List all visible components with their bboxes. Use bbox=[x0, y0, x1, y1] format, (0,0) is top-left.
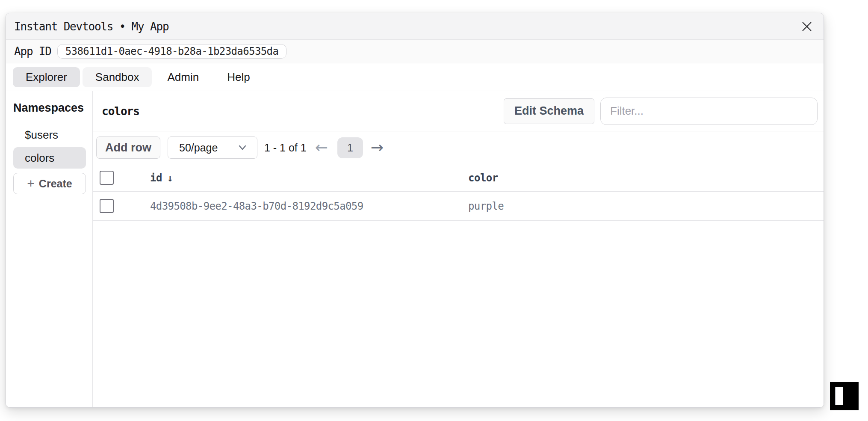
column-header-color[interactable]: color bbox=[468, 172, 824, 184]
app-id-label: App ID bbox=[14, 45, 51, 58]
filter-input[interactable] bbox=[600, 98, 818, 125]
tab-help[interactable]: Help bbox=[214, 67, 263, 87]
column-header-id[interactable]: id ↓ bbox=[150, 172, 468, 184]
explorer-main: colors Edit Schema Add row 50/page bbox=[93, 91, 824, 407]
close-icon bbox=[801, 21, 813, 33]
page: Instant Devtools • My App App ID 538611d… bbox=[0, 0, 868, 421]
sidebar-item-colors[interactable]: colors bbox=[13, 147, 86, 169]
namespace-header-row: colors Edit Schema bbox=[93, 91, 824, 131]
plus-icon: + bbox=[27, 177, 35, 190]
row-range-text: 1 - 1 of 1 bbox=[264, 142, 307, 154]
namespaces-heading: Namespaces bbox=[13, 101, 86, 115]
app-id-bar: App ID 538611d1-0aec-4918-b28a-1b23da653… bbox=[6, 40, 824, 63]
previous-page-arrow-icon[interactable]: ← bbox=[315, 140, 328, 155]
create-label: Create bbox=[39, 178, 72, 190]
tab-bar: Explorer Sandbox Admin Help bbox=[6, 63, 824, 91]
instant-logo-icon bbox=[835, 387, 843, 405]
add-row-button[interactable]: Add row bbox=[96, 136, 160, 159]
titlebar: Instant Devtools • My App bbox=[6, 13, 824, 40]
row-checkbox[interactable] bbox=[100, 199, 114, 213]
tab-explorer[interactable]: Explorer bbox=[13, 67, 80, 87]
instant-devtools-toggle-button[interactable] bbox=[830, 382, 859, 410]
create-namespace-button[interactable]: + Create bbox=[13, 173, 86, 194]
page-size-value: 50/page bbox=[179, 142, 218, 154]
cell-color[interactable]: purple bbox=[468, 200, 824, 212]
edit-schema-button[interactable]: Edit Schema bbox=[504, 98, 594, 124]
window-title: Instant Devtools • My App bbox=[14, 20, 168, 33]
page-size-select[interactable]: 50/page bbox=[168, 136, 257, 159]
close-button[interactable] bbox=[800, 19, 814, 34]
devtools-panel: Instant Devtools • My App App ID 538611d… bbox=[6, 13, 824, 408]
next-page-arrow-icon[interactable]: → bbox=[371, 140, 384, 155]
cell-id[interactable]: 4d39508b-9ee2-48a3-b70d-8192d9c5a059 bbox=[150, 200, 468, 212]
namespace-title: colors bbox=[102, 105, 139, 118]
select-all-checkbox[interactable] bbox=[100, 171, 114, 185]
app-id-value[interactable]: 538611d1-0aec-4918-b28a-1b23da6535da bbox=[57, 44, 287, 59]
tab-admin[interactable]: Admin bbox=[154, 67, 212, 87]
sidebar-item-users[interactable]: $users bbox=[13, 124, 86, 145]
namespaces-sidebar: Namespaces $users colors + Create bbox=[6, 91, 93, 407]
chevron-down-icon bbox=[237, 144, 248, 151]
page-number-button[interactable]: 1 bbox=[337, 137, 363, 158]
table-header-row: id ↓ color bbox=[93, 164, 824, 192]
table-row[interactable]: 4d39508b-9ee2-48a3-b70d-8192d9c5a059 pur… bbox=[93, 192, 824, 221]
table-toolbar: Add row 50/page 1 - 1 of 1 ← 1 → bbox=[93, 131, 824, 164]
header-actions: Edit Schema bbox=[504, 98, 818, 125]
sort-descending-icon: ↓ bbox=[167, 172, 173, 184]
table-empty-area bbox=[93, 221, 824, 407]
content: Namespaces $users colors + Create colors… bbox=[6, 91, 824, 407]
tab-sandbox[interactable]: Sandbox bbox=[83, 67, 152, 87]
